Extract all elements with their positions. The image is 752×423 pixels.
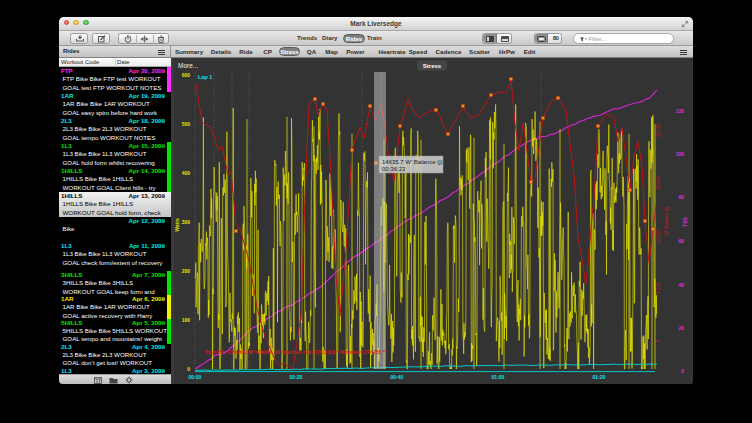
- svg-text:400: 400: [182, 170, 191, 176]
- svg-text:100: 100: [182, 317, 191, 323]
- svg-text:0: 0: [656, 339, 661, 342]
- svg-text:More...: More...: [178, 62, 198, 69]
- svg-text:01:20: 01:20: [593, 374, 606, 380]
- svg-text:60: 60: [678, 238, 684, 244]
- svg-text:Stress: Stress: [423, 63, 442, 69]
- svg-text:5,000: 5,000: [656, 282, 661, 294]
- svg-text:00:36:23: 00:36:23: [382, 166, 406, 172]
- svg-text:10,000: 10,000: [656, 229, 661, 243]
- svg-text:0: 0: [681, 368, 684, 374]
- svg-text:500: 500: [182, 121, 191, 127]
- svg-text:200: 200: [182, 268, 191, 274]
- svg-text:00:00: 00:00: [189, 374, 202, 380]
- svg-text:00:40: 00:40: [391, 374, 404, 380]
- svg-text:Tss=451, CP=266, W’=23000, 10: Tss=451, CP=266, W’=23000, 10 matches >2…: [205, 349, 385, 355]
- svg-text:TSS: TSS: [682, 216, 688, 226]
- svg-text:Lap 1: Lap 1: [198, 74, 212, 80]
- svg-text:80: 80: [678, 194, 684, 200]
- svg-text:15,000: 15,000: [656, 176, 661, 190]
- svg-text:40: 40: [678, 282, 684, 288]
- svg-text:W’ Balance (j): W’ Balance (j): [664, 207, 669, 235]
- svg-text:01:00: 01:00: [492, 374, 505, 380]
- svg-text:120: 120: [676, 108, 685, 114]
- svg-text:Watts: Watts: [174, 218, 180, 232]
- svg-text:20: 20: [678, 325, 684, 331]
- svg-text:00:20: 00:20: [290, 374, 303, 380]
- svg-text:14635.7 W’ Balance (j): 14635.7 W’ Balance (j): [382, 159, 442, 165]
- svg-text:0: 0: [187, 366, 190, 372]
- svg-text:300: 300: [182, 219, 191, 225]
- svg-text:100: 100: [676, 151, 685, 157]
- svg-text:600: 600: [182, 72, 191, 78]
- svg-text:20,000: 20,000: [656, 123, 661, 137]
